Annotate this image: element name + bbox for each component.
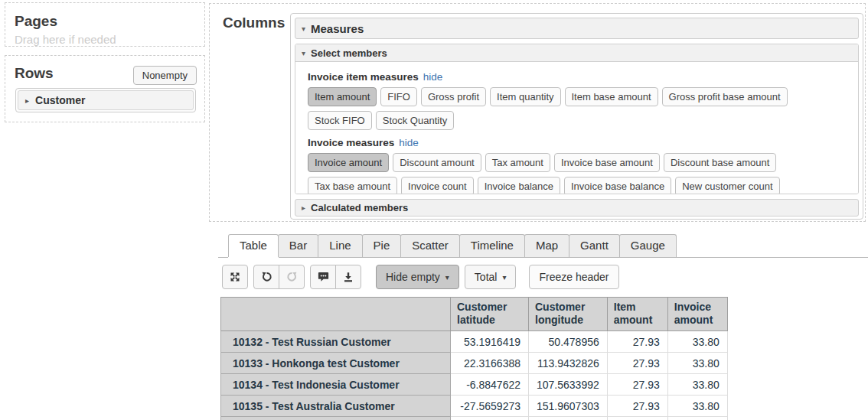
row-label-cell[interactable]: 10134 - Test Indonesia Customer [221, 374, 451, 396]
maximize-button[interactable] [222, 265, 248, 289]
value-cell: 113.9432826 [529, 353, 608, 374]
expand-arrow-icon[interactable]: ▸ [25, 96, 29, 105]
measure-button[interactable]: Invoice balance [478, 177, 560, 194]
select-members-panel: ▾ Select members Invoice item measureshi… [295, 44, 859, 194]
value-cell: 107.5633992 [529, 374, 608, 396]
nonempty-button[interactable]: Nonempty [133, 66, 197, 85]
calculated-members-header[interactable]: ▸ Calculated members [295, 199, 859, 217]
pages-dropzone[interactable]: Pages Drag here if needed [5, 2, 205, 47]
measure-button[interactable]: Invoice base balance [564, 177, 671, 194]
tab-timeline[interactable]: Timeline [459, 234, 525, 257]
collapse-down-icon[interactable]: ▾ [302, 49, 305, 57]
table-header-row: Customer latitudeCustomer longitudeItem … [221, 298, 728, 331]
tab-bar[interactable]: Bar [278, 234, 318, 257]
measure-group-name: Invoice item measures [308, 71, 419, 83]
collapse-right-icon[interactable]: ▸ [302, 203, 305, 212]
measure-button[interactable]: Gross profit base amount [662, 87, 788, 106]
measure-button[interactable]: Item base amount [565, 87, 658, 106]
value-cell: 53.1916419 [451, 331, 529, 353]
value-cell: 33.80 [667, 396, 727, 417]
measures-header-label: Measures [311, 22, 364, 35]
table-header-cell[interactable] [221, 298, 451, 331]
tab-scatter[interactable]: Scatter [400, 234, 460, 257]
measure-button[interactable]: Gross profit [421, 87, 486, 106]
comment-export-group [310, 265, 361, 289]
measure-group-title: Invoice measureshide [308, 137, 846, 148]
download-icon [343, 272, 354, 282]
measure-button-list: Invoice amountDiscount amountTax amountI… [308, 153, 846, 194]
tab-pie[interactable]: Pie [362, 234, 402, 257]
columns-dropzone[interactable]: Columns ▾ Measures ▾ Select members Invo… [209, 3, 866, 222]
comment-icon [318, 272, 329, 282]
row-label-cell[interactable] [221, 417, 451, 420]
calculated-members-label: Calculated members [311, 202, 408, 213]
measure-button[interactable]: New customer count [675, 177, 780, 194]
measure-button[interactable]: Tax amount [485, 153, 550, 172]
measures-header[interactable]: ▾ Measures [295, 18, 859, 39]
measure-button[interactable]: Invoice amount [308, 153, 389, 172]
measure-group: Invoice item measureshideItem amountFIFO… [308, 71, 846, 135]
select-members-label: Select members [311, 47, 387, 59]
table-header-cell[interactable]: Invoice amount [667, 298, 727, 331]
hide-empty-dropdown[interactable]: Hide empty ▾ [376, 265, 459, 289]
redo-button[interactable] [279, 265, 305, 289]
measure-button[interactable]: FIFO [380, 87, 417, 106]
table-header-cell[interactable]: Customer longitude [529, 298, 608, 331]
tab-gauge[interactable]: Gauge [619, 234, 677, 257]
select-members-header[interactable]: ▾ Select members [295, 44, 858, 62]
tab-line[interactable]: Line [318, 234, 362, 257]
tab-gantt[interactable]: Gantt [569, 234, 620, 257]
total-label: Total [475, 271, 498, 283]
value-cell [529, 417, 608, 420]
row-label-cell[interactable]: 10133 - Honkonga test Customer [221, 353, 451, 374]
rows-dropzone[interactable]: Rows Nonempty ▸ Customer [5, 55, 205, 122]
value-cell: -27.5659273 [451, 396, 529, 417]
row-label-cell[interactable]: 10132 - Test Russian Customer [221, 331, 451, 353]
comment-button[interactable] [310, 265, 336, 289]
table-row: 10133 - Honkonga test Customer22.3166388… [221, 353, 728, 374]
hide-link[interactable]: hide [423, 71, 443, 83]
freeze-header-button[interactable]: Freeze header [529, 265, 618, 289]
value-cell: 50.478956 [529, 331, 608, 353]
measure-button[interactable]: Item amount [308, 87, 377, 106]
total-dropdown[interactable]: Total ▾ [465, 265, 517, 289]
table-row: 10132 - Test Russian Customer53.19164195… [221, 331, 728, 353]
table-row: 10135 - Test Australia Customer-27.56592… [221, 396, 728, 417]
freeze-header-label: Freeze header [539, 271, 609, 283]
measure-group: Invoice measureshideInvoice amountDiscou… [308, 137, 846, 194]
pages-placeholder: Drag here if needed [15, 33, 195, 46]
measure-group-title: Invoice item measureshide [308, 71, 846, 83]
tab-map[interactable]: Map [524, 234, 569, 257]
measure-button[interactable]: Stock Quantity [376, 111, 455, 130]
table-header-cell[interactable]: Customer latitude [451, 298, 529, 331]
value-cell: 27.93 [607, 374, 667, 396]
value-cell: -6.8847622 [451, 374, 529, 396]
measure-button[interactable]: Stock FIFO [308, 111, 372, 130]
collapse-down-icon[interactable]: ▾ [302, 24, 305, 33]
table-toolbar: Hide empty ▾ Total ▾ Freeze header [222, 265, 619, 289]
tab-table[interactable]: Table [228, 234, 279, 257]
measure-button[interactable]: Discount base amount [664, 153, 776, 172]
value-cell: 33.80 [667, 331, 727, 353]
download-button[interactable] [335, 265, 361, 289]
measure-button[interactable]: Tax base amount [308, 177, 397, 194]
hide-link[interactable]: hide [399, 137, 419, 148]
table-header-cell[interactable]: Item amount [607, 298, 667, 331]
hide-empty-label: Hide empty [386, 271, 440, 283]
measure-button[interactable]: Invoice count [401, 177, 474, 194]
row-label-cell[interactable]: 10135 - Test Australia Customer [221, 396, 451, 417]
dimension-item-customer[interactable]: ▸ Customer [18, 90, 194, 110]
value-cell [667, 417, 727, 420]
value-cell: 151.9607303 [529, 396, 608, 417]
pivot-table: Customer latitudeCustomer longitudeItem … [220, 297, 728, 420]
caret-down-icon: ▾ [445, 273, 449, 282]
table-row: 10134 - Test Indonesia Customer-6.884762… [221, 374, 728, 396]
pages-title: Pages [15, 13, 195, 30]
measure-button[interactable]: Discount amount [393, 153, 481, 172]
undo-button[interactable] [253, 265, 279, 289]
measure-button[interactable]: Invoice base amount [554, 153, 660, 172]
redo-icon [286, 272, 298, 282]
caret-down-icon: ▾ [502, 273, 506, 282]
measure-button[interactable]: Item quantity [490, 87, 560, 106]
value-cell: 33.80 [667, 374, 727, 396]
